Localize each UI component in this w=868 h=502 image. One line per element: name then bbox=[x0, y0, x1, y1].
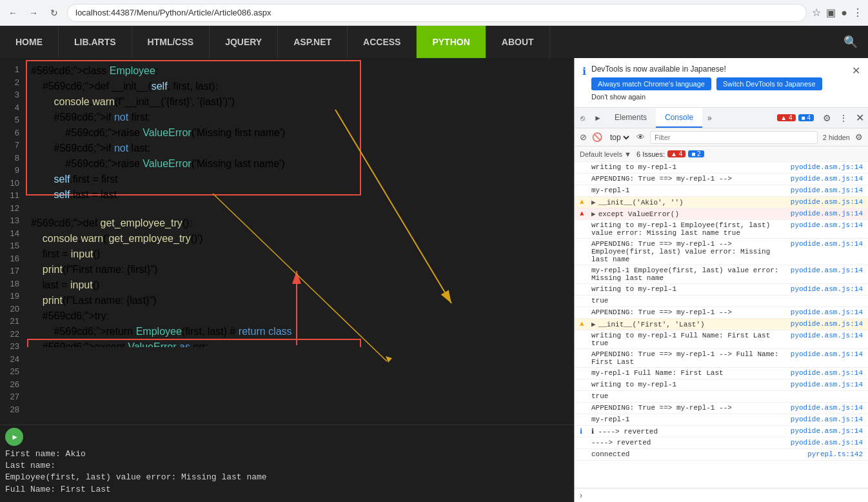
match-language-button[interactable]: Always match Chrome's language bbox=[591, 77, 711, 90]
output-line: Last name: bbox=[5, 460, 569, 472]
nav-about[interactable]: ABOUT bbox=[486, 26, 550, 58]
console-source-link[interactable]: pyodide.asm.js:14 bbox=[791, 308, 863, 316]
default-levels-label[interactable]: Default levels ▼ bbox=[580, 150, 631, 158]
dont-show-again[interactable]: Don't show again bbox=[591, 93, 847, 101]
run-button[interactable] bbox=[5, 428, 23, 446]
devtools-panel: ℹ DevTools is now available in Japanese!… bbox=[574, 58, 868, 502]
console-row: writing to my-repl-1pyodide.asm.js:14 bbox=[575, 284, 868, 296]
main-area: 1234567891011121314151617181920212223242… bbox=[0, 58, 868, 502]
console-row: ▲▶except ValueError()pyodide.asm.js:14 bbox=[575, 208, 868, 220]
top-selector[interactable]: top bbox=[607, 132, 631, 143]
console-source-link[interactable]: pyodide.asm.js:14 bbox=[791, 175, 863, 183]
notification-close-button[interactable]: ✕ bbox=[852, 65, 860, 77]
code-editor: 1234567891011121314151617181920212223242… bbox=[0, 58, 574, 425]
devtools-levels-bar: Default levels ▼ 6 Issues: ▲ 4 ■ 2 bbox=[575, 146, 868, 162]
console-source-link[interactable]: pyodide.asm.js:14 bbox=[791, 320, 863, 328]
console-source-link[interactable]: pyodide.asm.js:14 bbox=[791, 369, 863, 377]
menu-icon[interactable]: ⋮ bbox=[853, 6, 863, 19]
devtools-toolbar: ⊘ 🚫 top 👁 2 hidden ⚙ bbox=[575, 128, 868, 146]
devtools-back-button[interactable]: ⎋ bbox=[575, 110, 590, 126]
console-source-link[interactable]: pyodide.asm.js:14 bbox=[791, 240, 863, 248]
devtools-close-button[interactable]: ✕ bbox=[852, 112, 868, 124]
url-bar[interactable]: localhost:44387/Menu/Python/Article/Arti… bbox=[67, 4, 807, 22]
search-icon[interactable]: 🔍 bbox=[843, 35, 858, 49]
devtools-more-icon[interactable]: ⋮ bbox=[835, 113, 852, 123]
console-source-link[interactable]: pyodide.asm.js:14 bbox=[791, 332, 863, 339]
tab-console[interactable]: Console bbox=[656, 108, 702, 128]
console-source-link[interactable]: pyodide.asm.js:14 bbox=[791, 198, 863, 206]
console-row: ℹℹ ----> revertedpyodide.asm.js:14 bbox=[575, 426, 868, 437]
devtools-settings-icon[interactable]: ⚙ bbox=[819, 113, 835, 123]
nav-home[interactable]: HOME bbox=[0, 26, 59, 58]
console-source-link[interactable]: pyodide.asm.js:14 bbox=[791, 350, 863, 358]
console-row: writing to my-repl-1pyodide.asm.js:14 bbox=[575, 162, 868, 174]
console-source-link[interactable]: pyodide.asm.js:14 bbox=[791, 416, 863, 423]
hidden-count: 2 hidden bbox=[823, 134, 850, 141]
forward-button[interactable]: → bbox=[26, 5, 41, 21]
issues-text: 6 Issues: bbox=[636, 150, 665, 158]
console-source-link[interactable]: pyodide.asm.js:14 bbox=[791, 163, 863, 171]
output-line: Employee(first, last) value error: Missi… bbox=[5, 472, 569, 483]
console-source-link[interactable]: pyodide.asm.js:14 bbox=[791, 285, 863, 293]
eye-icon[interactable]: 👁 bbox=[636, 132, 645, 142]
notification-text: DevTools is now available in Japanese! bbox=[591, 65, 847, 74]
console-source-link[interactable]: pyodide.asm.js:14 bbox=[791, 210, 863, 217]
console-source-link[interactable]: pyodide.asm.js:14 bbox=[791, 186, 863, 194]
console-row: my-repl-1 Full Name: First Lastpyodide.a… bbox=[575, 368, 868, 379]
tab-elements[interactable]: Elements bbox=[606, 108, 656, 128]
console-filter-input[interactable] bbox=[650, 131, 818, 144]
console-source-link[interactable]: pyodide.asm.js:14 bbox=[791, 404, 863, 412]
issues-blue-badge: ■ 2 bbox=[688, 150, 704, 157]
output-line: First name: Akio bbox=[5, 448, 569, 460]
issues-red-badge: ▲ 4 bbox=[667, 150, 686, 157]
console-row: APPENDING: True ==> my-repl-1 -->pyodide… bbox=[575, 403, 868, 414]
info-icon: ℹ bbox=[582, 65, 586, 77]
code-panel: 1234567891011121314151617181920212223242… bbox=[0, 58, 574, 502]
bookmark-icon[interactable]: ☆ bbox=[812, 6, 821, 19]
nav-access[interactable]: ACCESS bbox=[348, 26, 417, 58]
console-source-link[interactable]: pyrepl.ts:142 bbox=[807, 450, 863, 458]
clear-icon[interactable]: 🚫 bbox=[592, 132, 602, 142]
nav-libarts[interactable]: LIB.ARTS bbox=[59, 26, 132, 58]
reload-button[interactable]: ↻ bbox=[46, 5, 62, 21]
console-source-link[interactable]: pyodide.asm.js:14 bbox=[791, 381, 863, 388]
console-row: APPENDING: True ==> my-repl-1 --> Full N… bbox=[575, 349, 868, 368]
console-row: APPENDING: True ==> my-repl-1 --> Employ… bbox=[575, 239, 868, 265]
nav-python[interactable]: PYTHON bbox=[417, 26, 486, 58]
site-navigation: HOME LIB.ARTS HTML/CSS JQUERY ASP.NET AC… bbox=[0, 26, 868, 58]
console-row: my-repl-1pyodide.asm.js:14 bbox=[575, 414, 868, 426]
console-row: APPENDING: True ==> my-repl-1 -->pyodide… bbox=[575, 174, 868, 185]
console-source-link[interactable]: pyodide.asm.js:14 bbox=[791, 427, 863, 435]
tab-more[interactable]: » bbox=[702, 114, 717, 123]
devtools-notification: ℹ DevTools is now available in Japanese!… bbox=[575, 58, 868, 108]
devtools-bottom-input: › bbox=[575, 488, 868, 502]
console-row: true bbox=[575, 391, 868, 403]
profile-icon[interactable]: ● bbox=[841, 7, 847, 19]
extensions-icon[interactable]: ▣ bbox=[826, 6, 836, 19]
console-row: connectedpyrepl.ts:142 bbox=[575, 449, 868, 461]
back-button[interactable]: ← bbox=[5, 5, 21, 21]
console-source-link[interactable]: pyodide.asm.js:14 bbox=[791, 439, 863, 447]
url-text: localhost:44387/Menu/Python/Article/Arti… bbox=[75, 8, 271, 17]
devtools-forward-button[interactable]: ► bbox=[590, 110, 606, 126]
nav-aspnet[interactable]: ASP.NET bbox=[278, 26, 348, 58]
devtools-tabs: ⎋ ► Elements Console » ▲ 4 ■ 4 ⚙ ⋮ ✕ bbox=[575, 108, 868, 128]
nav-htmlcss[interactable]: HTML/CSS bbox=[132, 26, 210, 58]
console-row: ▲▶__init__('First', 'Last')pyodide.asm.j… bbox=[575, 319, 868, 330]
console-source-link[interactable]: pyodide.asm.js:14 bbox=[791, 221, 863, 229]
console-row: writing to my-repl-1pyodide.asm.js:14 bbox=[575, 379, 868, 391]
browser-actions: ☆ ▣ ● ⋮ bbox=[812, 6, 863, 19]
nav-jquery[interactable]: JQUERY bbox=[210, 26, 278, 58]
code-content: #569cd6;">class Employee: #569cd6;">def … bbox=[26, 58, 574, 347]
output-area: First name: AkioLast name:Employee(first… bbox=[0, 425, 574, 502]
svg-marker-5 bbox=[386, 356, 392, 363]
console-source-link[interactable]: pyodide.asm.js:14 bbox=[791, 266, 863, 274]
line-numbers: 1234567891011121314151617181920212223242… bbox=[0, 58, 26, 347]
switch-language-button[interactable]: Switch DevTools to Japanese bbox=[716, 77, 822, 90]
output-line: Full Name: First Last bbox=[5, 484, 569, 496]
filter-settings-icon[interactable]: ⚙ bbox=[855, 132, 863, 142]
console-row: true bbox=[575, 296, 868, 307]
notification-buttons: Always match Chrome's language Switch De… bbox=[591, 77, 847, 90]
stop-icon[interactable]: ⊘ bbox=[580, 132, 587, 142]
console-row: writing to my-repl-1 Full Name: First La… bbox=[575, 330, 868, 349]
